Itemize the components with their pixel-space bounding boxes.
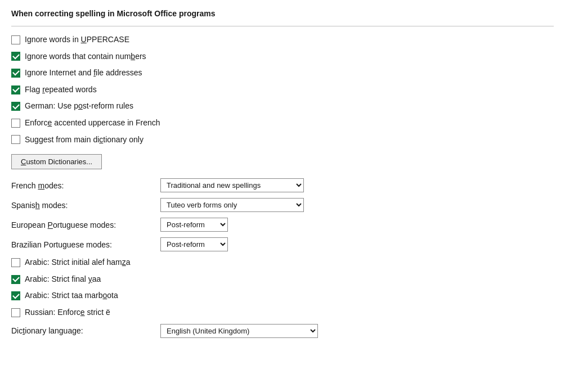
main-container: When correcting spelling in Microsoft Of… xyxy=(0,0,565,353)
french-modes-label: French modes: xyxy=(11,181,160,190)
label-underline-r: r xyxy=(42,85,45,94)
label-underline-b: b xyxy=(131,52,135,61)
label-underline: U xyxy=(81,35,87,44)
european-portuguese-row: European Portuguese modes: Post-reform P… xyxy=(11,218,554,232)
spanish-modes-label: Spanish modes: xyxy=(11,201,160,210)
section-divider xyxy=(11,26,554,26)
checkbox-ignore-numbers[interactable] xyxy=(11,52,20,61)
label-german[interactable]: German: Use post-reform rules xyxy=(25,101,133,112)
checkbox-row-ignore-internet: Ignore Internet and file addresses xyxy=(11,67,554,79)
spanish-modes-select[interactable]: Tuteo verb forms only Voseo verb forms o… xyxy=(160,198,304,212)
button-row: Custom Dictionaries... xyxy=(11,154,554,169)
checkbox-enforce-french[interactable] xyxy=(11,119,20,128)
checkbox-arabic-alef[interactable] xyxy=(11,258,20,267)
checkbox-ignore-internet[interactable] xyxy=(11,69,20,78)
brazilian-portuguese-row: Brazilian Portuguese modes: Post-reform … xyxy=(11,237,554,251)
label-underline-c: c xyxy=(99,135,103,144)
label-suggest-main[interactable]: Suggest from main dictionary only xyxy=(25,134,144,146)
french-modes-row: French modes: Traditional and new spelli… xyxy=(11,178,554,192)
dictionary-language-select[interactable]: English (United Kingdom) English (United… xyxy=(160,324,318,338)
label-underline-e2: e xyxy=(80,308,85,317)
label-underline-z: z xyxy=(122,258,126,267)
checkbox-row-suggest-main: Suggest from main dictionary only xyxy=(11,134,554,146)
label-enforce-french[interactable]: Enforce accented uppercase in French xyxy=(25,118,160,129)
european-portuguese-label: European Portuguese modes: xyxy=(11,220,160,229)
checkbox-row-flag-repeated: Flag repeated words xyxy=(11,84,554,96)
custom-dictionaries-button[interactable]: Custom Dictionaries... xyxy=(11,154,102,169)
label-arabic-yaa[interactable]: Arabic: Strict final yaa xyxy=(25,274,101,285)
checkbox-row-arabic-yaa: Arabic: Strict final yaa xyxy=(11,274,554,285)
checkbox-row-enforce-french: Enforce accented uppercase in French xyxy=(11,118,554,129)
checkbox-row-arabic-alef: Arabic: Strict initial alef hamza xyxy=(11,257,554,268)
dictionary-language-row: Dictionary language: English (United Kin… xyxy=(11,324,554,338)
checkbox-row-ignore-uppercase: Ignore words in UPPERCASE xyxy=(11,34,554,46)
checkbox-row-ignore-numbers: Ignore words that contain numbers xyxy=(11,51,554,62)
checkbox-ignore-uppercase[interactable] xyxy=(11,35,20,44)
label-underline-o2: o xyxy=(103,291,107,300)
checkbox-arabic-yaa[interactable] xyxy=(11,275,20,284)
dictionary-language-label: Dictionary language: xyxy=(11,326,160,335)
label-underline-f: f xyxy=(93,68,96,77)
label-ignore-numbers[interactable]: Ignore words that contain numbers xyxy=(25,51,146,62)
brazilian-portuguese-select[interactable]: Post-reform Pre-reform Both xyxy=(160,237,228,251)
checkbox-row-german: German: Use post-reform rules xyxy=(11,101,554,112)
checkbox-row-arabic-taa: Arabic: Strict taa marboota xyxy=(11,290,554,301)
label-arabic-alef[interactable]: Arabic: Strict initial alef hamza xyxy=(25,257,131,268)
label-underline-y: y xyxy=(88,274,92,283)
label-russian[interactable]: Russian: Enforce strict ё xyxy=(25,307,110,318)
label-flag-repeated[interactable]: Flag repeated words xyxy=(25,84,97,96)
label-ignore-uppercase[interactable]: Ignore words in UPPERCASE xyxy=(25,34,129,46)
checkbox-flag-repeated[interactable] xyxy=(11,85,20,94)
checkbox-suggest-main[interactable] xyxy=(11,135,20,144)
section-title: When correcting spelling in Microsoft Of… xyxy=(11,9,554,18)
checkbox-row-russian: Russian: Enforce strict ё xyxy=(11,307,554,318)
label-arabic-taa[interactable]: Arabic: Strict taa marboota xyxy=(25,290,118,301)
checkbox-russian[interactable] xyxy=(11,308,20,317)
spanish-modes-row: Spanish modes: Tuteo verb forms only Vos… xyxy=(11,198,554,212)
label-underline-o: o xyxy=(78,101,83,110)
brazilian-portuguese-label: Brazilian Portuguese modes: xyxy=(11,240,160,249)
french-modes-select[interactable]: Traditional and new spellings Traditiona… xyxy=(160,178,304,192)
checkbox-arabic-taa[interactable] xyxy=(11,291,20,300)
label-underline-e: e xyxy=(47,118,52,127)
label-ignore-internet[interactable]: Ignore Internet and file addresses xyxy=(25,67,142,79)
european-portuguese-select[interactable]: Post-reform Pre-reform Both xyxy=(160,218,228,232)
checkbox-german[interactable] xyxy=(11,102,20,111)
